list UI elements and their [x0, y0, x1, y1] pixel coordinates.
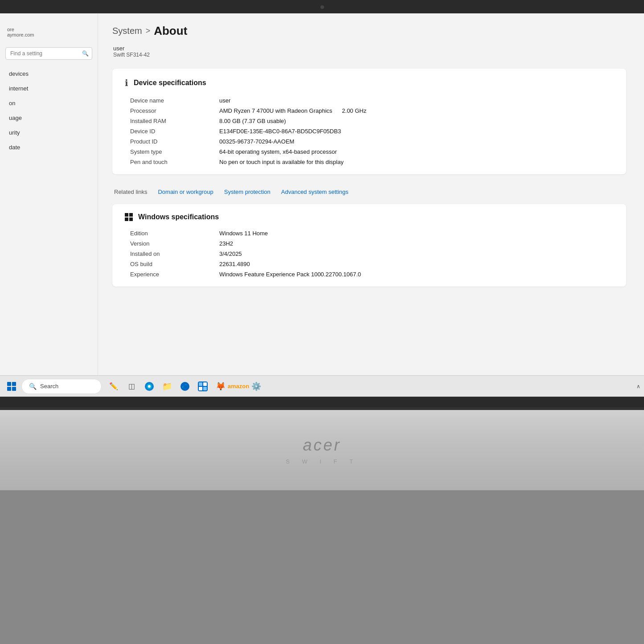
advanced-settings-link[interactable]: Advanced system settings [281, 189, 349, 195]
taskbar-search-label: Search [40, 383, 58, 390]
task-view-icon[interactable]: ◫ [123, 378, 140, 395]
system-protection-link[interactable]: System protection [224, 189, 271, 195]
svg-point-3 [180, 382, 189, 391]
acer-logo: acer [303, 436, 341, 455]
screen: ore aymore.com 🔍 devices internet on uag… [0, 13, 644, 397]
taskbar-search-box[interactable]: 🔍 Search [21, 379, 102, 394]
user-info: user Swift SF314-42 [112, 45, 626, 58]
pen-touch-value: No pen or touch input is available for t… [219, 159, 614, 165]
experience-label: Experience [130, 271, 210, 278]
related-links-label: Related links [114, 189, 147, 195]
os-build-value: 22631.4890 [219, 261, 614, 267]
sidebar-search-icon: 🔍 [82, 50, 89, 57]
bottom-surface [0, 490, 644, 644]
device-specs-title: Device specifications [134, 79, 206, 87]
file-explorer-icon[interactable]: 📁 [159, 378, 176, 395]
taskbar-search-icon: 🔍 [29, 383, 37, 390]
processor-label: Processor [130, 107, 210, 114]
windows-logo-icon [125, 213, 133, 221]
breadcrumb-system[interactable]: System [112, 26, 142, 36]
sidebar-item-internet[interactable]: internet [4, 82, 94, 95]
info-icon: ℹ [125, 78, 128, 88]
taskbar-pinned-apps: ✏️ ◫ 📁 [105, 378, 265, 395]
pen-tools-icon[interactable]: ✏️ [105, 378, 122, 395]
system-tray: ∧ [636, 383, 640, 390]
sidebar-item-update[interactable]: date [4, 140, 94, 154]
main-content: System > About user Swift SF314-42 ℹ Dev… [98, 13, 644, 397]
amazon-icon[interactable]: amazon [230, 378, 247, 395]
system-type-label: System type [130, 148, 210, 155]
sidebar-item-personalization[interactable]: on [4, 96, 94, 110]
windows-specs-card: Windows specifications Edition Windows 1… [112, 204, 626, 287]
webcam-dot [320, 5, 324, 9]
sidebar-item-security[interactable]: urity [4, 126, 94, 139]
breadcrumb-separator: > [146, 26, 151, 36]
version-value: 23H2 [219, 240, 614, 247]
system-type-value: 64-bit operating system, x64-based proce… [219, 148, 614, 155]
ram-value: 8.00 GB (7.37 GB usable) [219, 118, 614, 124]
device-specs-card: ℹ Device specifications Device name user… [112, 69, 626, 174]
svg-rect-5 [199, 382, 202, 386]
version-label: Version [130, 240, 210, 247]
start-button[interactable] [4, 378, 20, 394]
breadcrumb-about: About [154, 24, 187, 38]
sidebar-item-language[interactable]: uage [4, 111, 94, 125]
os-build-label: OS build [130, 261, 210, 267]
svg-rect-8 [203, 387, 207, 390]
taskbar: 🔍 Search ✏️ ◫ 📁 [0, 375, 644, 397]
device-model-label: Swift SF314-42 [113, 52, 626, 58]
processor-value: AMD Ryzen 7 4700U with Radeon Graphics 2… [219, 107, 614, 114]
installed-on-label: Installed on [130, 250, 210, 257]
firefox-icon[interactable]: 🦊 [212, 378, 229, 395]
sidebar-account: ore aymore.com [0, 22, 98, 44]
related-links: Related links Domain or workgroup System… [114, 181, 626, 197]
sidebar-search-container: 🔍 [5, 47, 92, 60]
svg-point-2 [148, 385, 151, 388]
device-specs-grid: Device name user Processor AMD Ryzen 7 4… [130, 97, 614, 165]
windows-specs-title: Windows specifications [138, 213, 219, 221]
sidebar: ore aymore.com 🔍 devices internet on uag… [0, 13, 98, 397]
sidebar-search-input[interactable] [5, 47, 92, 60]
store-partial: ore [7, 27, 90, 32]
ms-store-icon[interactable] [194, 378, 211, 395]
device-name-value: user [219, 97, 614, 104]
ram-label: Installed RAM [130, 118, 210, 124]
settings-icon[interactable]: ⚙️ [248, 378, 265, 395]
svg-rect-7 [199, 387, 202, 390]
device-name-label: Device name [130, 97, 210, 104]
installed-on-value: 3/4/2025 [219, 250, 614, 257]
domain-workgroup-link[interactable]: Domain or workgroup [158, 189, 213, 195]
edition-value: Windows 11 Home [219, 230, 614, 237]
breadcrumb: System > About [112, 24, 626, 38]
model-line-text: S W I F T [286, 458, 358, 465]
windows-specs-grid: Edition Windows 11 Home Version 23H2 Ins… [130, 230, 614, 278]
edge-browser-icon[interactable] [176, 378, 193, 395]
svg-rect-6 [203, 382, 207, 386]
edge-color-icon[interactable] [141, 378, 158, 395]
edition-label: Edition [130, 230, 210, 237]
sidebar-nav: devices internet on uage urity date [0, 67, 98, 154]
product-id-label: Product ID [130, 138, 210, 145]
device-specs-header: ℹ Device specifications [125, 78, 614, 88]
lower-bezel: acer S W I F T [0, 410, 644, 490]
start-icon [7, 382, 16, 391]
experience-value: Windows Feature Experience Pack 1000.227… [219, 271, 614, 278]
pen-touch-label: Pen and touch [130, 159, 210, 165]
email-partial: aymore.com [7, 32, 90, 37]
username-label: user [113, 45, 626, 52]
device-id-label: Device ID [130, 128, 210, 135]
product-id-value: 00325-96737-70294-AAOEM [219, 138, 614, 145]
sidebar-item-devices[interactable]: devices [4, 67, 94, 81]
device-id-value: E134FD0E-135E-4BC0-86A7-BD5DC9F05DB3 [219, 128, 614, 135]
tray-chevron[interactable]: ∧ [636, 383, 640, 390]
windows-specs-header: Windows specifications [125, 213, 614, 221]
